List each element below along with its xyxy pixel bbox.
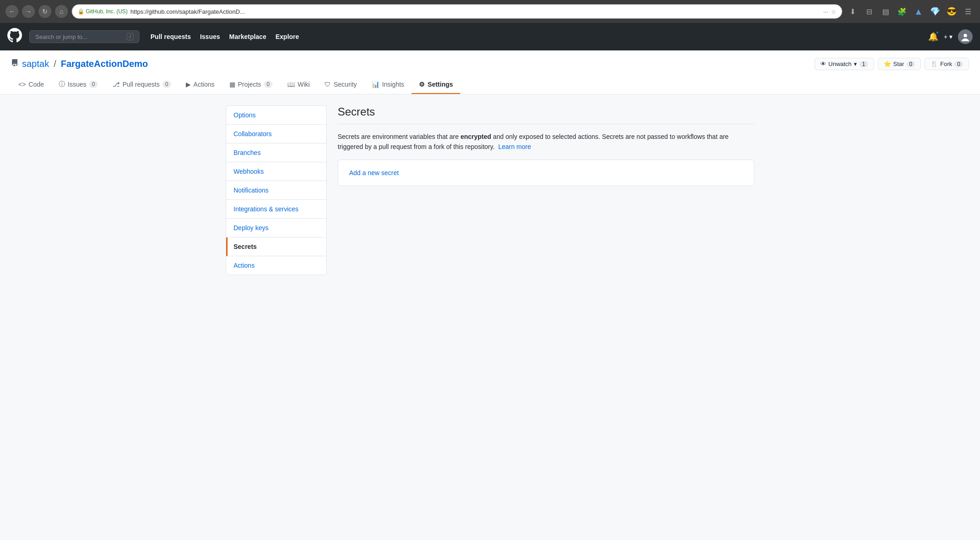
browser-actions: ⬇ ⊟ ▤ 🧩 ▲ 💎 😎 ☰	[846, 5, 974, 18]
secure-badge: 🔒 GitHub, Inc. (US)	[78, 8, 128, 15]
tab-security[interactable]: 🛡 Security	[317, 76, 364, 94]
actions-icon: ▶	[186, 81, 191, 88]
sidebar-item-options[interactable]: Options	[226, 106, 326, 125]
issues-icon: ⓘ	[59, 80, 65, 88]
tab-projects-label: Projects	[238, 81, 262, 88]
security-icon: 🛡	[324, 81, 331, 88]
tab-pull-requests[interactable]: ⎇ Pull requests 0	[105, 76, 178, 94]
projects-badge: 0	[264, 81, 273, 88]
content-area: Secrets Secrets are environment variable…	[338, 105, 754, 275]
sidebar-item-webhooks[interactable]: Webhooks	[226, 162, 326, 181]
description-start: Secrets are environment variables that a…	[338, 133, 461, 140]
lock-icon: 🔒	[78, 8, 84, 15]
library-icon[interactable]: ⊟	[863, 5, 875, 18]
tab-pr-label: Pull requests	[122, 81, 160, 88]
nav-explore[interactable]: Explore	[275, 33, 299, 40]
learn-more-link[interactable]: Learn more	[498, 143, 531, 150]
reader-icon[interactable]: ▤	[879, 5, 892, 18]
repo-name[interactable]: FargateActionDemo	[61, 59, 148, 69]
fork-label: Fork	[940, 61, 952, 67]
star-label: Star	[893, 61, 904, 67]
avatar[interactable]	[958, 29, 973, 44]
title-divider	[338, 124, 754, 124]
sidebar-item-notifications[interactable]: Notifications	[226, 181, 326, 200]
tab-code[interactable]: <> Code	[11, 76, 51, 94]
back-button[interactable]: ←	[6, 5, 18, 18]
header-right: 🔔 + ▾	[928, 29, 973, 44]
tab-wiki[interactable]: 📖 Wiki	[280, 76, 317, 94]
notification-dot	[935, 31, 939, 34]
nav-marketplace[interactable]: Marketplace	[229, 33, 267, 40]
browser-chrome: ← → ↻ ⌂ 🔒 GitHub, Inc. (US) https://gith…	[0, 0, 980, 23]
repo-actions: 👁 Unwatch ▾ 1 ⭐ Star 0 🍴 Fork 0	[814, 58, 969, 70]
notifications-bell-button[interactable]: 🔔	[928, 32, 938, 42]
tab-insights[interactable]: 📊 Insights	[364, 76, 412, 94]
repo-tabs: <> Code ⓘ Issues 0 ⎇ Pull requests 0 ▶ A…	[11, 76, 969, 94]
star-button[interactable]: ⭐ Star 0	[878, 58, 921, 70]
repo-icon	[11, 59, 18, 69]
eye-icon: 👁	[820, 61, 826, 67]
sidebar-item-deploy-keys[interactable]: Deploy keys	[226, 219, 326, 237]
star-icon: ⭐	[884, 61, 891, 67]
tab-insights-label: Insights	[382, 81, 404, 88]
tab-settings[interactable]: ⚙ Settings	[412, 76, 460, 94]
star-count: 0	[907, 61, 915, 67]
tab-issues[interactable]: ⓘ Issues 0	[51, 76, 105, 94]
extension-icon[interactable]: 🧩	[896, 5, 908, 18]
sidebar-item-collaborators[interactable]: Collaborators	[226, 125, 326, 143]
description-bold: encrypted	[461, 133, 491, 140]
home-button[interactable]: ⌂	[55, 5, 68, 18]
settings-sidebar: Options Collaborators Branches Webhooks …	[226, 105, 327, 275]
address-bar[interactable]: 🔒 GitHub, Inc. (US) https://github.com/s…	[72, 4, 842, 19]
tab-issues-label: Issues	[68, 81, 86, 88]
repo-owner[interactable]: saptak	[22, 59, 49, 69]
pr-icon: ⎇	[112, 81, 120, 88]
nav-issues[interactable]: Issues	[200, 33, 220, 40]
plus-label: + ▾	[944, 33, 952, 40]
secure-text: GitHub, Inc. (US)	[86, 8, 128, 15]
github-logo[interactable]	[7, 28, 22, 46]
tab-actions-label: Actions	[194, 81, 215, 88]
tab-settings-label: Settings	[428, 81, 453, 88]
github-header: Search or jump to... / Pull requests Iss…	[0, 23, 980, 50]
repo-title-row: saptak / FargateActionDemo 👁 Unwatch ▾ 1…	[11, 58, 969, 70]
tab-wiki-label: Wiki	[298, 81, 310, 88]
unwatch-label: Unwatch	[829, 61, 852, 67]
secrets-description: Secrets are environment variables that a…	[338, 132, 754, 152]
page-title: Secrets	[338, 105, 754, 118]
forward-button[interactable]: →	[22, 5, 35, 18]
code-icon: <>	[18, 81, 26, 88]
unwatch-count: 1	[859, 61, 868, 67]
sidebar-item-secrets[interactable]: Secrets	[226, 237, 326, 256]
unwatch-button[interactable]: 👁 Unwatch ▾ 1	[814, 58, 874, 70]
github-nav: Pull requests Issues Marketplace Explore	[150, 33, 299, 40]
add-new-secret-link[interactable]: Add a new secret	[349, 169, 399, 176]
sidebar-item-actions[interactable]: Actions	[226, 256, 326, 275]
tab-actions[interactable]: ▶ Actions	[178, 76, 222, 94]
reload-button[interactable]: ↻	[39, 5, 51, 18]
main-content: Options Collaborators Branches Webhooks …	[215, 94, 765, 286]
sidebar-item-integrations[interactable]: Integrations & services	[226, 200, 326, 219]
profile-icon[interactable]: ▲	[912, 5, 925, 18]
search-placeholder: Search or jump to...	[35, 33, 87, 40]
menu-icon[interactable]: ☰	[962, 5, 974, 18]
tab-projects[interactable]: ▦ Projects 0	[222, 76, 280, 94]
tab-code-label: Code	[28, 81, 44, 88]
sidebar-item-branches[interactable]: Branches	[226, 143, 326, 162]
settings-icon: ⚙	[419, 81, 425, 88]
issues-badge: 0	[89, 81, 98, 88]
nav-pull-requests[interactable]: Pull requests	[150, 33, 191, 40]
vpn-icon[interactable]: 💎	[929, 5, 941, 18]
download-icon[interactable]: ⬇	[846, 5, 859, 18]
search-box[interactable]: Search or jump to... /	[29, 30, 139, 43]
bookmark-icon: ☆	[831, 8, 836, 15]
pr-badge: 0	[162, 81, 171, 88]
fork-icon: 🍴	[930, 61, 938, 67]
new-item-button[interactable]: + ▾	[944, 33, 952, 40]
fork-button[interactable]: 🍴 Fork 0	[924, 58, 969, 70]
wiki-icon: 📖	[287, 81, 295, 88]
more-icon: ···	[823, 8, 828, 15]
projects-icon: ▦	[229, 81, 235, 88]
user-icon[interactable]: 😎	[945, 5, 958, 18]
search-shortcut-icon: /	[127, 33, 134, 40]
